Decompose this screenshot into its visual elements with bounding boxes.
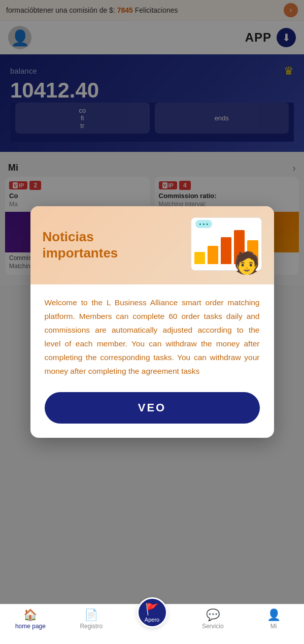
modal-header: Noticiasimportantes • • • 🧑 xyxy=(30,206,274,284)
nav-label-registro: Registro xyxy=(80,623,103,630)
modal-illustration: • • • 🧑 xyxy=(181,217,262,273)
speech-bubble: • • • xyxy=(195,220,213,228)
modal-footer: VEO xyxy=(30,383,274,438)
nav-item-servicio[interactable]: 💬 Servicio xyxy=(197,608,228,630)
nav-label-home: home page xyxy=(15,623,46,630)
nav-item-registro[interactable]: 📄 Registro xyxy=(76,608,107,630)
person-figure-icon: 🧑 xyxy=(233,250,260,275)
registro-icon: 📄 xyxy=(84,608,98,622)
modal-body-text: Welcome to the L Business Alliance smart… xyxy=(45,296,260,378)
modal-body: Welcome to the L Business Alliance smart… xyxy=(30,284,274,383)
home-icon: 🏠 xyxy=(23,608,37,622)
nav-label-apero: Apero xyxy=(145,617,159,623)
nav-label-servicio: Servicio xyxy=(202,623,224,630)
modal-overlay[interactable]: Noticiasimportantes • • • 🧑 Welcome to t… xyxy=(0,0,304,644)
modal-title: Noticiasimportantes xyxy=(43,229,118,261)
nav-item-center[interactable]: 🚩 Apero xyxy=(137,597,167,628)
center-nav-icon: 🚩 xyxy=(145,603,159,616)
nav-center-circle[interactable]: 🚩 Apero xyxy=(137,597,167,628)
mi-icon: 👤 xyxy=(267,608,281,622)
nav-item-home[interactable]: 🏠 home page xyxy=(15,608,46,630)
servicio-icon: 💬 xyxy=(206,608,220,622)
nav-label-mi: Mi xyxy=(271,623,277,630)
bottom-nav: 🏠 home page 📄 Registro 🚩 Apero 💬 Servici… xyxy=(0,604,304,644)
veo-button[interactable]: VEO xyxy=(45,392,260,424)
modal: Noticiasimportantes • • • 🧑 Welcome to t… xyxy=(30,206,274,438)
nav-item-mi[interactable]: 👤 Mi xyxy=(258,608,289,630)
